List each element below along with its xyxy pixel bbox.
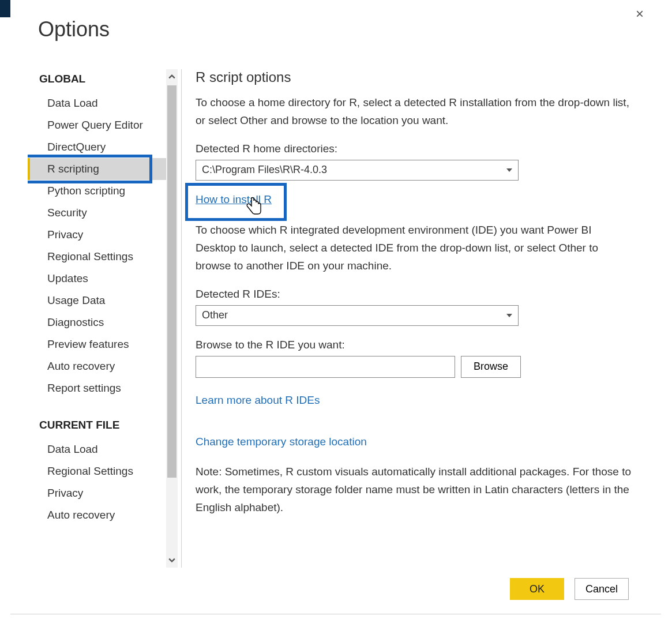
- scroll-up-icon[interactable]: [166, 69, 178, 84]
- sidebar-item-updates[interactable]: Updates: [28, 268, 166, 290]
- browse-button[interactable]: Browse: [461, 356, 521, 378]
- content-area: GLOBAL Data Load Power Query Editor Dire…: [28, 69, 644, 568]
- sidebar-item-label: R scripting: [47, 163, 99, 175]
- storage-note: Note: Sometimes, R custom visuals automa…: [196, 463, 632, 517]
- sidebar-item-cf-regional-settings[interactable]: Regional Settings: [28, 460, 166, 482]
- install-r-link[interactable]: How to install R: [196, 193, 272, 205]
- options-dialog: × Options GLOBAL Data Load Power Query E…: [10, 0, 661, 614]
- home-directory-select[interactable]: C:\Program Files\R\R-4.0.3: [196, 160, 519, 181]
- sidebar-item-regional-settings[interactable]: Regional Settings: [28, 246, 166, 268]
- ide-path-input[interactable]: [196, 356, 455, 378]
- sidebar: GLOBAL Data Load Power Query Editor Dire…: [28, 69, 166, 568]
- sidebar-header-global: GLOBAL: [28, 69, 166, 92]
- sidebar-item-cf-data-load[interactable]: Data Load: [28, 438, 166, 460]
- sidebar-item-power-query-editor[interactable]: Power Query Editor: [28, 114, 166, 136]
- sidebar-item-data-load[interactable]: Data Load: [28, 92, 166, 114]
- home-directory-value: C:\Program Files\R\R-4.0.3: [202, 164, 327, 176]
- main-panel: R script options To choose a home direct…: [190, 69, 644, 568]
- sidebar-item-directquery[interactable]: DirectQuery: [28, 136, 166, 158]
- sidebar-wrapper: GLOBAL Data Load Power Query Editor Dire…: [28, 69, 178, 568]
- sidebar-item-cf-auto-recovery[interactable]: Auto recovery: [28, 504, 166, 526]
- panel-heading: R script options: [196, 69, 632, 85]
- chevron-down-icon: [506, 168, 512, 172]
- sidebar-item-r-scripting[interactable]: R scripting: [28, 158, 166, 180]
- sidebar-item-auto-recovery[interactable]: Auto recovery: [28, 355, 166, 377]
- scroll-down-icon[interactable]: [166, 553, 178, 568]
- sidebar-item-security[interactable]: Security: [28, 202, 166, 224]
- home-directories-label: Detected R home directories:: [196, 142, 632, 155]
- learn-more-ides-link[interactable]: Learn more about R IDEs: [196, 394, 320, 407]
- ok-button[interactable]: OK: [510, 578, 564, 600]
- sidebar-item-privacy[interactable]: Privacy: [28, 224, 166, 246]
- sidebar-item-python-scripting[interactable]: Python scripting: [28, 180, 166, 202]
- vertical-divider: [181, 69, 182, 568]
- sidebar-item-cf-privacy[interactable]: Privacy: [28, 482, 166, 504]
- home-intro-text: To choose a home directory for R, select…: [196, 93, 632, 130]
- browse-label: Browse to the R IDE you want:: [196, 339, 632, 351]
- app-titlebar-sliver: [0, 0, 10, 17]
- scrollbar-thumb[interactable]: [167, 85, 177, 478]
- close-icon[interactable]: ×: [636, 7, 644, 21]
- ide-select[interactable]: Other: [196, 305, 519, 326]
- scrollbar[interactable]: [166, 69, 178, 568]
- sidebar-item-diagnostics[interactable]: Diagnostics: [28, 312, 166, 333]
- ide-value: Other: [202, 309, 228, 321]
- cancel-button[interactable]: Cancel: [575, 578, 629, 600]
- dialog-button-bar: OK Cancel: [510, 578, 629, 600]
- chevron-down-icon: [506, 314, 512, 317]
- change-storage-link[interactable]: Change temporary storage location: [196, 436, 367, 448]
- dialog-title: Options: [10, 0, 661, 42]
- sidebar-item-report-settings[interactable]: Report settings: [28, 377, 166, 399]
- ide-intro-text: To choose which R integrated development…: [196, 221, 632, 275]
- sidebar-header-current-file: CURRENT FILE: [28, 415, 166, 438]
- sidebar-item-usage-data[interactable]: Usage Data: [28, 290, 166, 312]
- ide-label: Detected R IDEs:: [196, 288, 632, 301]
- sidebar-item-preview-features[interactable]: Preview features: [28, 333, 166, 355]
